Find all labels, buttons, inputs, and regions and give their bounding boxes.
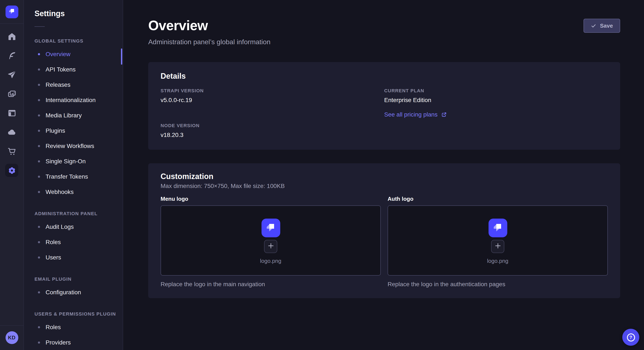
sidebar-item-admin-roles[interactable]: Roles: [24, 234, 123, 250]
nav-item-media[interactable]: [5, 87, 18, 100]
settings-sidebar: Settings GLOBAL SETTINGS Overview API To…: [24, 0, 123, 350]
nav-item-deploy[interactable]: [5, 68, 18, 81]
layout-icon: [7, 108, 16, 118]
sidebar-scrollbar-thumb[interactable]: [121, 48, 122, 65]
sidebar-item-label: Webhooks: [46, 188, 74, 195]
users-permissions-list: Roles Providers: [24, 319, 123, 350]
sidebar-item-up-providers[interactable]: Providers: [24, 335, 123, 350]
customization-card-title: Customization: [160, 172, 608, 181]
auth-logo-upload-box: logo.png: [388, 205, 608, 276]
sidebar-item-label: Audit Logs: [46, 223, 74, 230]
page-title: Overview: [148, 18, 270, 33]
strapi-logo-icon: [8, 6, 16, 17]
bullet-icon: [38, 130, 40, 132]
bullet-icon: [38, 341, 40, 344]
current-plan-field: CURRENT PLAN Enterprise Edition See all …: [384, 88, 608, 118]
question-mark-icon: ?: [627, 333, 635, 341]
bullet-icon: [38, 326, 40, 328]
sidebar-item-label: Users: [46, 254, 61, 261]
sidebar-item-label: Transfer Tokens: [46, 173, 88, 180]
bullet-icon: [38, 175, 40, 177]
nav-item-marketplace[interactable]: [5, 145, 18, 158]
bullet-icon: [38, 53, 40, 55]
check-icon: [590, 23, 596, 28]
cloud-icon: [7, 127, 16, 137]
sidebar-item-media-library[interactable]: Media Library: [24, 108, 123, 123]
bullet-icon: [38, 84, 40, 86]
current-plan-value: Enterprise Edition: [384, 96, 608, 104]
sidebar-item-transfer-tokens[interactable]: Transfer Tokens: [24, 169, 123, 184]
node-version-field: NODE VERSION v18.20.3: [160, 123, 384, 139]
menu-logo-label: Menu logo: [160, 196, 381, 202]
sidebar-item-webhooks[interactable]: Webhooks: [24, 184, 123, 199]
bullet-icon: [38, 291, 40, 293]
title-divider: [34, 26, 45, 27]
user-avatar[interactable]: KD: [5, 331, 18, 344]
strapi-logo-button[interactable]: [5, 5, 18, 18]
sidebar-item-review-workflows[interactable]: Review Workflows: [24, 138, 123, 154]
plus-icon: [494, 242, 501, 250]
sidebar-item-plugins[interactable]: Plugins: [24, 123, 123, 138]
settings-sidebar-title: Settings: [34, 8, 123, 19]
sidebar-item-releases[interactable]: Releases: [24, 77, 123, 92]
plus-icon: [267, 242, 274, 250]
nav-item-cloud[interactable]: [5, 126, 18, 139]
nav-item-content[interactable]: [5, 49, 18, 62]
sidebar-item-admin-users[interactable]: Users: [24, 250, 123, 265]
strapi-version-field: STRAPI VERSION v5.0.0-rc.19: [160, 88, 384, 104]
menu-logo-caption: Replace the logo in the main navigation: [160, 281, 381, 288]
sidebar-item-overview[interactable]: Overview: [24, 46, 123, 62]
sidebar-item-api-tokens[interactable]: API Tokens: [24, 62, 123, 77]
feather-icon: [7, 51, 16, 60]
details-right-column: CURRENT PLAN Enterprise Edition See all …: [384, 88, 608, 139]
sidebar-item-internationalization[interactable]: Internationalization: [24, 92, 123, 108]
bullet-icon: [38, 226, 40, 228]
menu-logo-upload-box: logo.png: [160, 205, 381, 276]
sidebar-item-label: Configuration: [46, 289, 81, 296]
auth-logo-filename: logo.png: [487, 258, 508, 265]
details-left-column: STRAPI VERSION v5.0.0-rc.19 NODE VERSION…: [160, 88, 384, 139]
bullet-icon: [38, 114, 40, 116]
menu-logo-filename: logo.png: [260, 258, 281, 265]
auth-logo-add-button[interactable]: [491, 240, 504, 253]
sidebar-item-audit-logs[interactable]: Audit Logs: [24, 219, 123, 234]
page-subtitle: Administration panel’s global informatio…: [148, 37, 270, 47]
strapi-version-value: v5.0.0-rc.19: [160, 96, 384, 104]
sidebar-item-label: Releases: [46, 81, 70, 88]
bullet-icon: [38, 99, 40, 101]
sidebar-item-label: API Tokens: [46, 66, 76, 73]
nav-logo-section: [0, 0, 24, 24]
sidebar-item-email-configuration[interactable]: Configuration: [24, 285, 123, 300]
sidebar-item-label: Review Workflows: [46, 143, 94, 149]
node-version-value: v18.20.3: [160, 131, 384, 139]
page-header-text: Overview Administration panel’s global i…: [148, 18, 270, 47]
sidebar-item-label: Plugins: [46, 127, 65, 134]
sidebar-item-label: Overview: [46, 51, 70, 57]
nav-item-content-manager[interactable]: [5, 106, 18, 120]
app-root: KD Settings GLOBAL SETTINGS Overview API…: [0, 0, 644, 350]
strapi-version-label: STRAPI VERSION: [160, 88, 384, 94]
node-version-label: NODE VERSION: [160, 123, 384, 128]
nav-item-settings[interactable]: [5, 164, 18, 177]
help-button[interactable]: ?: [622, 329, 639, 346]
page-header: Overview Administration panel’s global i…: [148, 0, 620, 47]
details-card: Details STRAPI VERSION v5.0.0-rc.19 NODE…: [148, 62, 620, 150]
save-button[interactable]: Save: [583, 19, 620, 33]
bullet-icon: [38, 241, 40, 243]
nav-item-home[interactable]: [5, 30, 18, 43]
sidebar-item-up-roles[interactable]: Roles: [24, 319, 123, 335]
menu-logo-add-button[interactable]: [264, 240, 277, 253]
bullet-icon: [38, 68, 40, 70]
pricing-plans-link[interactable]: See all pricing plans: [384, 111, 447, 118]
email-plugin-list: Configuration: [24, 285, 123, 300]
sidebar-item-label: Roles: [46, 324, 61, 331]
section-email-plugin: EMAIL PLUGIN: [34, 276, 123, 282]
auth-logo-preview: [488, 219, 507, 237]
customization-card: Customization Max dimension: 750×750, Ma…: [148, 163, 620, 298]
bullet-icon: [38, 256, 40, 258]
details-grid: STRAPI VERSION v5.0.0-rc.19 NODE VERSION…: [160, 88, 608, 139]
sidebar-item-single-sign-on[interactable]: Single Sign-On: [24, 154, 123, 169]
sidebar-item-label: Internationalization: [46, 97, 96, 103]
main-nav-sidebar: KD: [0, 0, 24, 350]
nav-bottom-section: KD: [0, 325, 24, 350]
